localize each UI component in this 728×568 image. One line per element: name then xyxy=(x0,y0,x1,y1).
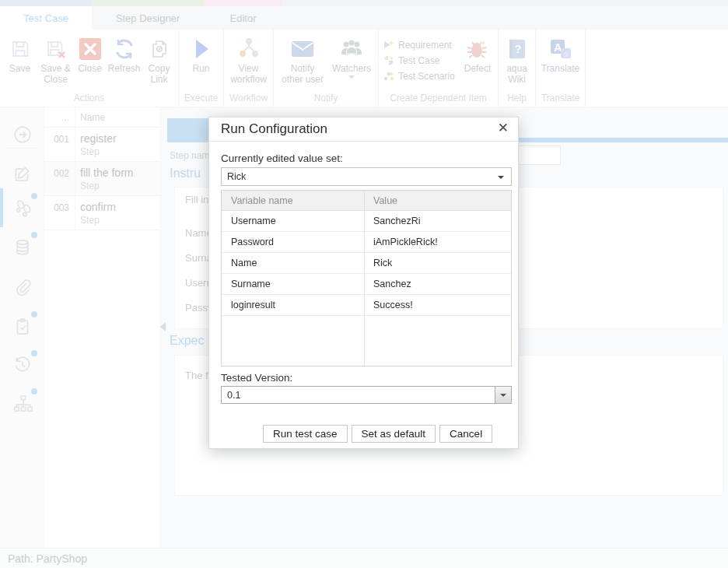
value-set-selected: Rick xyxy=(227,171,246,182)
variables-table: Variable name Value Username SanchezRi P… xyxy=(221,190,512,366)
step-list-header: ... Name xyxy=(44,107,160,128)
group-label-actions: Actions xyxy=(0,93,178,103)
table-row[interactable]: Name Rick xyxy=(222,253,511,274)
dropdown-caret-icon xyxy=(498,176,504,179)
column-variable-name: Variable name xyxy=(222,195,364,206)
group-label-translate: Translate xyxy=(536,93,585,103)
defect-icon xyxy=(466,35,489,63)
group-label-help: Help xyxy=(499,93,535,103)
tab-color-strip-bar xyxy=(0,0,728,6)
clipboard-check-icon xyxy=(12,317,33,337)
step-name-label: Step nam xyxy=(170,150,209,161)
tab-test-case[interactable]: Test Case xyxy=(0,6,92,30)
step-list: ... Name 001 register Step 002 fill the … xyxy=(44,107,161,548)
create-test-scenario-button[interactable]: Test Scenario xyxy=(383,71,460,82)
table-row[interactable]: Surname Sanchez xyxy=(222,274,511,295)
run-configuration-dialog: Run Configuration ✕ Currently edited val… xyxy=(208,117,519,449)
footsteps-icon xyxy=(12,197,34,219)
edit-icon xyxy=(12,163,33,184)
sidebar-item-hierarchy[interactable] xyxy=(12,394,34,417)
test-scenario-icon xyxy=(383,71,394,82)
ribbon-group-translate: A☆ Translate Translate xyxy=(536,30,586,107)
aqua-wiki-button[interactable]: ? aquaWiki xyxy=(499,33,535,85)
collapse-panel-arrow-icon[interactable] xyxy=(160,322,166,331)
svg-text:?: ? xyxy=(514,43,521,55)
column-header-index: ... xyxy=(44,107,75,127)
step-row-fill-the-form[interactable]: 002 fill the form Step xyxy=(44,162,160,196)
run-icon xyxy=(191,35,212,63)
close-button[interactable]: Close xyxy=(75,33,106,74)
sidebar-divider xyxy=(6,148,37,149)
workflow-icon xyxy=(237,35,261,63)
save-and-close-button[interactable]: Save &Close xyxy=(37,33,75,85)
dropdown-caret-icon xyxy=(500,394,506,397)
app-window: Test Case Step Designer Editor Save xyxy=(0,0,728,568)
ribbon: Save Save &Close Close xyxy=(0,30,728,107)
ribbon-group-help: ? aquaWiki Help xyxy=(499,30,536,107)
expected-results-heading: Expec xyxy=(170,334,204,348)
group-label-workflow: Workflow xyxy=(224,93,273,103)
value-set-label: Currently edited value set: xyxy=(221,153,343,164)
tested-version-combobox[interactable]: 0.1 xyxy=(221,386,512,404)
run-test-case-button[interactable]: Run test case xyxy=(263,425,348,443)
create-requirement-button[interactable]: Requirement xyxy=(383,40,460,51)
tested-version-value: 0.1 xyxy=(227,390,240,401)
dialog-buttons: Run test case Set as default Cancel xyxy=(263,425,492,443)
ribbon-group-actions: Save Save &Close Close xyxy=(0,30,179,107)
svg-text:☆: ☆ xyxy=(562,50,569,58)
step-row-confirm[interactable]: 003 confirm Step xyxy=(44,196,160,230)
status-path: Path: PartyShop xyxy=(8,552,87,565)
step-row-register[interactable]: 001 register Step xyxy=(44,128,160,162)
arrow-right-circle-icon xyxy=(12,124,33,145)
combobox-dropdown-button[interactable] xyxy=(495,387,511,403)
chevron-down-icon xyxy=(348,75,355,79)
active-item-indicator xyxy=(0,188,3,227)
save-close-icon xyxy=(45,35,67,63)
tab-editor[interactable]: Editor xyxy=(204,6,282,30)
tab-test-case-label: Test Case xyxy=(23,12,68,24)
sidebar-item-attachments[interactable] xyxy=(12,277,33,300)
test-case-icon xyxy=(383,55,394,66)
column-header-name: Name xyxy=(75,112,160,123)
copy-link-button[interactable]: CopyLink xyxy=(143,33,176,85)
refresh-button[interactable]: Refresh xyxy=(106,33,143,74)
value-set-dropdown[interactable]: Rick xyxy=(221,167,512,186)
sidebar-item-history[interactable] xyxy=(12,355,33,378)
close-icon xyxy=(79,35,102,63)
expand-panel-button[interactable] xyxy=(12,124,33,148)
variables-table-header: Variable name Value xyxy=(222,191,511,211)
ribbon-group-workflow: Viewworkflow Workflow xyxy=(224,30,274,107)
wiki-book-icon: ? xyxy=(507,35,527,63)
sidebar-item-data[interactable] xyxy=(12,237,33,261)
translate-button[interactable]: A☆ Translate xyxy=(537,33,585,74)
instructions-heading: Instru xyxy=(170,167,201,181)
tab-step-designer[interactable]: Step Designer xyxy=(92,6,204,30)
left-sidebar xyxy=(0,107,44,548)
notify-other-user-button[interactable]: Notifyother user xyxy=(277,33,328,85)
sidebar-item-steps[interactable] xyxy=(12,197,34,222)
column-value: Value xyxy=(364,195,511,206)
envelope-icon xyxy=(291,35,314,63)
table-row[interactable]: Password iAmPickleRick! xyxy=(222,232,511,253)
ribbon-group-create-dependent: Requirement Test Case Test Scenario xyxy=(379,30,499,107)
set-as-default-button[interactable]: Set as default xyxy=(352,425,436,443)
view-workflow-button[interactable]: Viewworkflow xyxy=(225,33,273,85)
close-dialog-button[interactable]: ✕ xyxy=(498,121,509,136)
create-test-case-button[interactable]: Test Case xyxy=(383,55,460,66)
paperclip-icon xyxy=(12,277,33,297)
save-button[interactable]: Save xyxy=(3,33,37,74)
tested-version-label: Tested Version: xyxy=(221,372,292,384)
ribbon-tab-bar: Test Case Step Designer Editor xyxy=(0,6,728,30)
create-defect-button[interactable]: Defect xyxy=(460,33,495,74)
cancel-button[interactable]: Cancel xyxy=(439,425,492,443)
watchers-button[interactable]: Watchers xyxy=(328,33,375,79)
save-icon xyxy=(9,35,31,63)
ribbon-group-execute: Run Execute xyxy=(179,30,224,107)
table-row[interactable]: Username SanchezRi xyxy=(222,211,511,232)
table-row[interactable]: loginresult Success! xyxy=(222,295,511,316)
sidebar-item-edit[interactable] xyxy=(12,163,33,187)
watchers-icon xyxy=(339,35,364,63)
sidebar-item-checklist[interactable] xyxy=(12,317,33,340)
group-label-execute: Execute xyxy=(179,93,223,103)
run-button[interactable]: Run xyxy=(180,33,223,74)
